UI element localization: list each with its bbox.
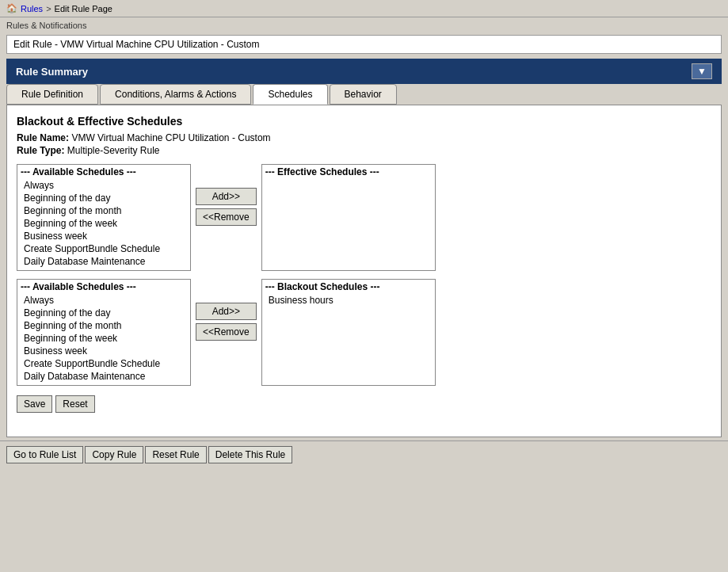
main-content: Blackout & Effective Schedules Rule Name… (6, 105, 722, 437)
list-item[interactable]: Always (17, 179, 190, 192)
effective-schedules-row: --- Available Schedules --- Always Begin… (17, 164, 711, 271)
blackout-available-listbox[interactable]: --- Available Schedules --- Always Begin… (17, 279, 191, 386)
save-button[interactable]: Save (17, 395, 52, 413)
rule-summary-label: Rule Summary (16, 66, 88, 78)
list-item[interactable]: Daily Database Maintenance (17, 255, 190, 268)
tab-conditions-alarms-actions[interactable]: Conditions, Alarms & Actions (100, 84, 251, 105)
save-row: Save Reset (17, 395, 711, 413)
effective-available-listbox[interactable]: --- Available Schedules --- Always Begin… (17, 164, 191, 271)
page-title: Edit Rule - VMW Virtual Machine CPU Util… (6, 35, 722, 54)
list-item[interactable]: Beginning of the month (17, 319, 190, 332)
tabs-row: Rule Definition Conditions, Alarms & Act… (6, 84, 722, 105)
rule-type-label: Rule Type: (17, 145, 64, 156)
effective-available-header: --- Available Schedules --- (17, 165, 190, 179)
bottom-bar: Go to Rule List Copy Rule Reset Rule Del… (0, 440, 728, 468)
effective-remove-button[interactable]: <<Remove (196, 208, 257, 226)
list-item[interactable]: Daily Database Maintenance (17, 370, 190, 383)
rule-type-value: Multiple-Severity Rule (67, 145, 160, 156)
list-item[interactable]: Beginning of the month (17, 204, 190, 217)
blackout-add-button[interactable]: Add>> (196, 303, 257, 320)
go-to-rule-list-button[interactable]: Go to Rule List (6, 446, 83, 463)
copy-rule-button[interactable]: Copy Rule (85, 446, 143, 463)
tab-behavior[interactable]: Behavior (330, 84, 397, 105)
breadcrumb: 🏠 Rules > Edit Rule Page (0, 0, 728, 17)
list-item[interactable]: Beginning of the week (17, 217, 190, 230)
delete-this-rule-button[interactable]: Delete This Rule (208, 446, 293, 463)
rule-type-row: Rule Type: Multiple-Severity Rule (17, 145, 711, 156)
reset-button[interactable]: Reset (55, 395, 94, 413)
blackout-available-header: --- Available Schedules --- (17, 280, 190, 294)
rule-summary-bar: Rule Summary ▼ (6, 59, 722, 84)
effective-btn-group: Add>> <<Remove (196, 188, 257, 226)
list-item[interactable]: Business week (17, 345, 190, 357)
effective-add-button[interactable]: Add>> (196, 188, 257, 205)
section-title: Blackout & Effective Schedules (17, 115, 711, 128)
list-item[interactable]: Create SupportBundle Schedule (17, 357, 190, 370)
breadcrumb-rules-link[interactable]: Rules (21, 4, 43, 13)
effective-schedules-listbox[interactable]: --- Effective Schedules --- (261, 164, 436, 271)
blackout-right-wrapper: --- Blackout Schedules --- Business hour… (261, 279, 436, 386)
section-label: Rules & Notifications (0, 17, 728, 33)
list-item[interactable]: Beginning of the day (17, 307, 190, 319)
blackout-schedules-header: --- Blackout Schedules --- (262, 280, 435, 294)
effective-available-wrapper: --- Available Schedules --- Always Begin… (17, 164, 191, 271)
list-item[interactable]: Business hours (262, 294, 435, 307)
reset-rule-button[interactable]: Reset Rule (145, 446, 206, 463)
blackout-schedules-listbox[interactable]: --- Blackout Schedules --- Business hour… (261, 279, 436, 386)
list-item[interactable]: Business week (17, 230, 190, 242)
rule-name-value: VMW Virtual Machine CPU Utilization - Cu… (71, 132, 270, 143)
tab-rule-definition[interactable]: Rule Definition (6, 84, 98, 105)
rule-summary-dropdown-button[interactable]: ▼ (692, 63, 712, 79)
blackout-schedules-row: --- Available Schedules --- Always Begin… (17, 279, 711, 386)
breadcrumb-current: Edit Rule Page (55, 4, 112, 13)
effective-schedules-header: --- Effective Schedules --- (262, 165, 435, 179)
list-item[interactable]: Beginning of the week (17, 332, 190, 345)
effective-right-wrapper: --- Effective Schedules --- (261, 164, 436, 271)
blackout-remove-button[interactable]: <<Remove (196, 323, 257, 341)
tab-schedules[interactable]: Schedules (253, 84, 327, 105)
breadcrumb-separator: > (46, 4, 51, 13)
rule-name-label: Rule Name: (17, 132, 69, 143)
list-item[interactable]: Beginning of the day (17, 192, 190, 204)
list-item[interactable]: Always (17, 294, 190, 307)
list-item[interactable]: Create SupportBundle Schedule (17, 242, 190, 255)
blackout-btn-group: Add>> <<Remove (196, 303, 257, 341)
rule-name-row: Rule Name: VMW Virtual Machine CPU Utili… (17, 132, 711, 143)
home-icon: 🏠 (6, 3, 17, 13)
blackout-available-wrapper: --- Available Schedules --- Always Begin… (17, 279, 191, 386)
schedules-area: --- Available Schedules --- Always Begin… (17, 164, 711, 386)
